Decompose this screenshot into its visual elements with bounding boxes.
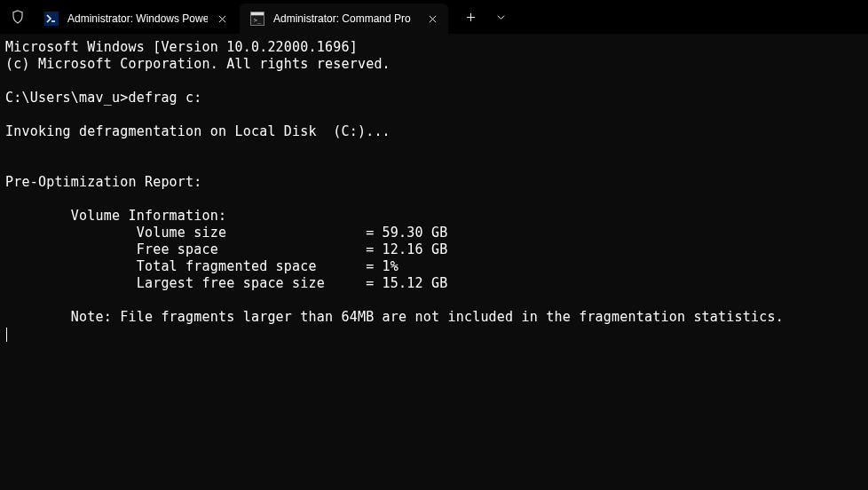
- shield-icon: [11, 10, 25, 24]
- prompt-line: C:\Users\mav_u>defrag c:: [5, 90, 202, 106]
- close-icon[interactable]: [425, 12, 439, 26]
- output-line: Pre-Optimization Report:: [5, 174, 202, 190]
- output-line: Microsoft Windows [Version 10.0.22000.16…: [5, 39, 358, 55]
- cursor: [6, 328, 7, 342]
- titlebar-actions: [455, 2, 516, 32]
- output-line: Largest free space size = 15.12 GB: [5, 275, 447, 291]
- tab-title: Administrator: Command Pro: [273, 12, 418, 25]
- titlebar: Administrator: Windows Powe >_ Administr…: [0, 0, 868, 34]
- output-line: Note: File fragments larger than 64MB ar…: [5, 309, 784, 325]
- tab-dropdown-button[interactable]: [485, 2, 516, 32]
- tab-title: Administrator: Windows Powe: [67, 12, 208, 25]
- tab-powershell[interactable]: Administrator: Windows Powe: [34, 4, 238, 34]
- output-line: Free space = 12.16 GB: [5, 241, 447, 257]
- tab-command-prompt[interactable]: >_ Administrator: Command Pro: [240, 4, 448, 34]
- output-line: Volume Information:: [5, 208, 226, 224]
- terminal-output[interactable]: Microsoft Windows [Version 10.0.22000.16…: [0, 34, 868, 348]
- svg-rect-1: [251, 12, 264, 16]
- new-tab-button[interactable]: [455, 2, 485, 32]
- output-line: Volume size = 59.30 GB: [5, 225, 447, 241]
- cmd-icon: >_: [250, 12, 264, 26]
- output-line: Invoking defragmentation on Local Disk (…: [5, 123, 391, 139]
- powershell-icon: [44, 12, 59, 26]
- output-line: Total fragmented space = 1%: [5, 258, 398, 274]
- output-line: (c) Microsoft Corporation. All rights re…: [5, 56, 391, 72]
- close-icon[interactable]: [215, 12, 229, 26]
- svg-text:>_: >_: [254, 17, 262, 24]
